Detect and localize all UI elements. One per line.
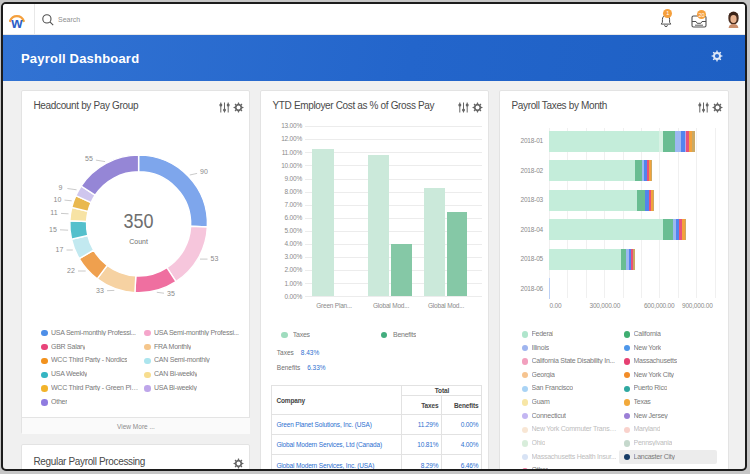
svg-text:350: 350 (124, 209, 154, 232)
svg-text:33: 33 (96, 287, 104, 294)
svg-text:55: 55 (85, 155, 93, 162)
svg-text:10: 10 (54, 196, 62, 203)
svg-text:15: 15 (49, 226, 57, 233)
svg-text:11: 11 (50, 209, 57, 216)
svg-text:90: 90 (200, 168, 208, 175)
svg-text:Count: Count (129, 237, 148, 246)
svg-text:9: 9 (59, 184, 63, 191)
svg-text:35: 35 (167, 290, 175, 297)
svg-text:w: w (10, 14, 23, 31)
svg-text:17: 17 (56, 246, 64, 253)
svg-text:53: 53 (211, 255, 219, 262)
svg-text:22: 22 (67, 267, 75, 274)
